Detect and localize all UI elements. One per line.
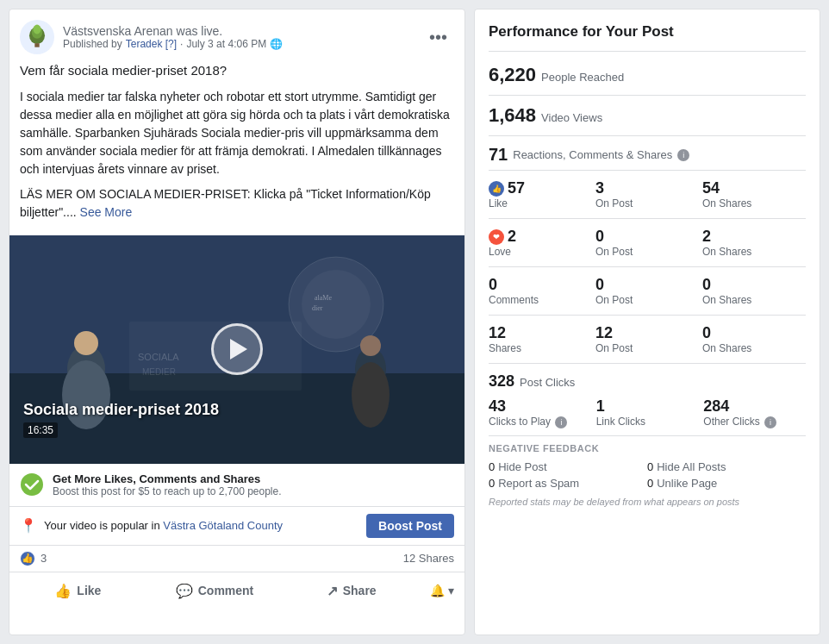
chevron-down-icon: ▾	[448, 584, 454, 597]
share-button[interactable]: ↗ Share	[283, 576, 420, 606]
avatar	[20, 20, 54, 54]
post-author: Västsvenska Arenan was live.	[63, 24, 283, 38]
boost-icon	[20, 472, 44, 497]
reaction-icons: 👍	[20, 551, 35, 566]
post-meta: Västsvenska Arenan was live. Published b…	[63, 24, 283, 50]
like-reaction-icon: 👍	[20, 551, 35, 566]
other-clicks-count: 284	[703, 397, 806, 416]
other-clicks-label: Other Clicks	[703, 416, 759, 428]
post-clicks-section: 328 Post Clicks 43 Clicks to Play i 1 Li…	[489, 372, 806, 436]
shares-on-shares-label: On Shares	[702, 342, 806, 354]
reactions-total: 71	[489, 145, 508, 165]
popular-location-link[interactable]: Västra Götaland County	[163, 519, 283, 532]
comments-on-post-label: On Post	[595, 294, 699, 306]
love-on-post-cell: 0 On Post	[595, 228, 699, 258]
performance-panel: Performance for Your Post 6,220 People R…	[474, 9, 820, 635]
like-label: Like	[489, 197, 592, 209]
comments-on-shares-label: On Shares	[702, 294, 806, 306]
disclaimer: Reported stats may be delayed from what …	[489, 497, 806, 507]
publisher-link[interactable]: Teradek [?]	[126, 38, 177, 50]
comments-on-post-count: 0	[595, 276, 699, 294]
like-button[interactable]: 👍 Like	[9, 576, 146, 606]
performance-title: Performance for Your Post	[489, 23, 806, 52]
like-icon: 👍	[54, 583, 72, 599]
shares-on-post-label: On Post	[595, 342, 699, 354]
post-body1: I sociala medier tar falska nyheter och …	[20, 88, 454, 178]
svg-point-12	[74, 331, 98, 355]
negative-grid: 0 Hide Post 0 Hide All Posts 0 Report as…	[489, 460, 806, 490]
reaction-grid-like: 👍 57 Like 3 On Post 54 On Shares	[489, 179, 806, 219]
love-on-shares-cell: 2 On Shares	[702, 228, 806, 258]
video-overlay: Sociala medier-priset 2018 16:35	[23, 401, 219, 438]
other-clicks-info-icon[interactable]: i	[764, 416, 776, 428]
shares-label: Shares	[489, 342, 592, 354]
clicks-to-play-count: 43	[489, 397, 591, 416]
share-icon: ↗	[327, 583, 338, 599]
hide-post-item: 0 Hide Post	[489, 460, 647, 473]
shares-on-post-count: 12	[595, 324, 699, 342]
like-on-shares-label: On Shares	[702, 197, 806, 209]
reactions-header: 71 Reactions, Comments & Shares i	[489, 145, 806, 171]
comments-label: Comments	[489, 294, 592, 306]
love-on-post-count: 0	[595, 228, 699, 246]
svg-point-4	[34, 25, 41, 34]
post-header: Västsvenska Arenan was live. Published b…	[9, 9, 464, 61]
love-label: Love	[489, 246, 592, 258]
video-views-row: 1,648 Video Views	[489, 104, 806, 136]
play-button[interactable]	[211, 323, 263, 375]
svg-point-15	[360, 335, 381, 356]
reactions-total-label: Reactions, Comments & Shares	[513, 148, 672, 161]
spam-item: 0 Report as Spam	[489, 477, 647, 490]
svg-text:MEDIER: MEDIER	[142, 367, 176, 377]
unlike-item: 0 Unlike Page	[647, 477, 806, 490]
video-container[interactable]: alaMe dier SOCIALA MEDIER	[9, 235, 464, 464]
comments-cell: 0 Comments	[489, 276, 592, 306]
like-icon-sm: 👍	[489, 181, 504, 197]
like-on-shares-cell: 54 On Shares	[702, 179, 806, 209]
popular-section: 📍 Your video is popular in Västra Götala…	[9, 507, 464, 546]
post-sub: Published by Teradek [?] · July 3 at 4:0…	[63, 38, 283, 50]
post-clicks-total: 328	[489, 372, 514, 391]
video-duration: 16:35	[23, 422, 58, 438]
link-clicks-cell: 1 Link Clicks	[596, 397, 699, 428]
negative-feedback-section: Negative Feedback 0 Hide Post 0 Hide All…	[489, 443, 806, 507]
more-options-button[interactable]: •••	[422, 24, 454, 51]
comment-button[interactable]: 💬 Comment	[146, 576, 284, 606]
people-reached-row: 6,220 People Reached	[489, 64, 806, 96]
comment-icon: 💬	[176, 583, 193, 599]
boost-post-button[interactable]: Boost Post	[366, 514, 454, 538]
svg-rect-2	[34, 43, 39, 47]
notification-button[interactable]: 🔔 ▾	[420, 577, 464, 604]
shares-on-post-cell: 12 On Post	[595, 324, 699, 354]
svg-point-16	[352, 362, 390, 428]
boost-title: Get More Likes, Comments and Shares	[53, 472, 454, 485]
reached-label: People Reached	[541, 71, 624, 84]
comments-count: 0	[489, 276, 592, 294]
like-cell: 👍 57 Like	[489, 179, 592, 209]
other-clicks-cell: 284 Other Clicks i	[703, 397, 806, 428]
negative-title: Negative Feedback	[489, 443, 806, 453]
shares-text: 12 Shares	[403, 552, 454, 565]
post-clicks-grid: 43 Clicks to Play i 1 Link Clicks 284 Ot…	[489, 397, 806, 428]
clicks-to-play-label: Clicks to Play	[489, 416, 551, 428]
boost-subtitle: Boost this post for $5 to reach up to 2,…	[53, 485, 454, 497]
love-count: ❤ 2	[489, 228, 592, 246]
comments-on-shares-count: 0	[702, 276, 806, 294]
clicks-to-play-info-icon[interactable]: i	[555, 416, 567, 428]
love-icon-sm: ❤	[489, 229, 504, 245]
reactions-section: 71 Reactions, Comments & Shares i 👍 57 L…	[489, 145, 806, 364]
post-text: Vem får sociala medier-priset 2018? I so…	[9, 61, 464, 235]
video-title: Sociala medier-priset 2018	[23, 401, 219, 419]
comments-on-shares-cell: 0 On Shares	[702, 276, 806, 306]
reactions-left: 👍 3	[20, 551, 47, 566]
bell-icon: 🔔	[430, 584, 445, 597]
see-more-link[interactable]: See More	[80, 205, 133, 219]
clicks-to-play-cell: 43 Clicks to Play i	[489, 397, 591, 428]
like-on-post-cell: 3 On Post	[595, 179, 699, 209]
svg-text:SOCIALA: SOCIALA	[138, 352, 179, 362]
shares-on-shares-cell: 0 On Shares	[702, 324, 806, 354]
reactions-info-icon[interactable]: i	[677, 149, 689, 161]
boost-section: Get More Likes, Comments and Shares Boos…	[9, 464, 464, 507]
svg-point-20	[21, 473, 43, 496]
love-on-shares-label: On Shares	[702, 246, 806, 258]
